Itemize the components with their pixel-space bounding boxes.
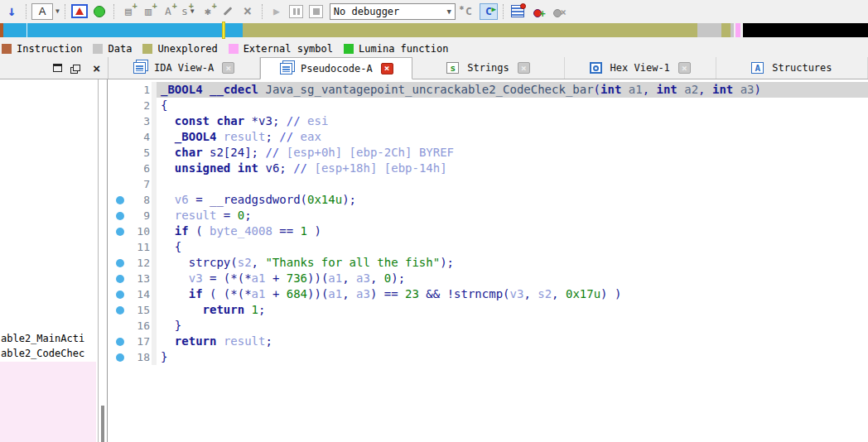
breakpoint-dot-icon[interactable] [116, 196, 124, 204]
code-line[interactable]: 11 { [108, 239, 868, 255]
text-mode-button[interactable]: A ▼ [31, 2, 60, 21]
functions-panel[interactable]: able2_MainActiable2_CodeChec [0, 79, 98, 442]
code-text[interactable]: if ( byte_4008 == 1 ) [157, 223, 868, 239]
breakpoint-dot-icon[interactable] [116, 353, 124, 362]
code-text[interactable]: return result; [157, 334, 868, 349]
tab-close-icon[interactable]: × [222, 62, 234, 74]
make-name-button[interactable]: A+ [159, 2, 177, 21]
maximize-icon[interactable] [53, 64, 62, 72]
tab-structures[interactable]: AStructures [716, 57, 868, 79]
code-line[interactable]: 8 v6 = __readgsdword(0x14u); [108, 192, 868, 208]
code-text[interactable]: const char *v3; // esi [157, 113, 868, 129]
code-line[interactable]: 2{ [108, 98, 868, 113]
functions-scrollbar[interactable] [98, 79, 107, 442]
navband-position-marker[interactable] [222, 22, 225, 39]
continue-process-button[interactable]: C▶ [480, 2, 498, 21]
navband-segment-regular-function-2[interactable] [27, 23, 243, 37]
navband-segment-unexplored[interactable] [243, 23, 697, 37]
code-line[interactable]: 18} [108, 349, 868, 365]
code-line[interactable]: 17 return result; [108, 334, 868, 349]
breakpoint-dot-icon[interactable] [116, 212, 124, 220]
code-text[interactable]: v6 = __readgsdword(0x14u); [157, 192, 868, 208]
scrollbar-thumb[interactable] [101, 406, 104, 442]
legend-swatch [344, 44, 354, 54]
code-text[interactable] [157, 176, 868, 192]
code-text[interactable]: v3 = (*(*a1 + 736))(a1, a3, 0); [157, 271, 868, 286]
tab-pseudocode-a[interactable]: Pseudocode-A× [260, 57, 412, 79]
undefine-button[interactable]: × [239, 2, 257, 21]
code-line[interactable]: 12 strcpy(s2, "Thanks for all the fish")… [108, 255, 868, 271]
code-line[interactable]: 7 [108, 176, 868, 192]
code-text[interactable]: strcpy(s2, "Thanks for all the fish"); [157, 255, 868, 271]
code-text[interactable]: if ( (*(*a1 + 684))(a1, a3) == 23 && !st… [157, 286, 868, 302]
toolbar-separator [503, 4, 504, 19]
code-text[interactable]: _BOOL4 result; // eax [157, 129, 868, 145]
code-text[interactable]: { [157, 98, 868, 113]
code-text[interactable]: _BOOL4 __cdecl Java_sg_vantagepoint_uncr… [157, 82, 868, 98]
edit-button[interactable] [219, 2, 237, 21]
code-line[interactable]: 9 result = 0; [108, 208, 868, 223]
code-line[interactable]: 16 } [108, 318, 868, 334]
start-process-button[interactable]: ▶ [268, 2, 286, 21]
code-line[interactable]: 14 if ( (*(*a1 + 684))(a1, a3) == 23 && … [108, 286, 868, 302]
float-window-icon[interactable] [73, 65, 80, 71]
make-code-button[interactable]: ▤+ [119, 2, 137, 21]
code-line[interactable]: 4 _BOOL4 result; // eax [108, 129, 868, 145]
breakpoint-dot-icon[interactable] [116, 259, 124, 267]
code-line[interactable]: 3 const char *v3; // esi [108, 113, 868, 129]
breakpoint-dot-icon[interactable] [116, 275, 124, 283]
code-line[interactable]: 13 v3 = (*(*a1 + 736))(a1, a3, 0); [108, 271, 868, 286]
code-line[interactable]: 10 if ( byte_4008 == 1 ) [108, 223, 868, 239]
breakpoint-dot-icon[interactable] [116, 291, 124, 299]
breakpoint-list-button[interactable] [509, 2, 527, 21]
code-text[interactable]: result = 0; [157, 208, 868, 223]
jump-down-arrow-icon[interactable]: ↓ [2, 2, 21, 21]
pseudocode-view[interactable]: 1_BOOL4 __cdecl Java_sg_vantagepoint_unc… [107, 79, 868, 442]
tab-ida-view-a[interactable]: IDA View-A× [108, 57, 260, 79]
pause-process-button[interactable] [287, 2, 306, 21]
debugger-selector[interactable]: No debugger ▼ [330, 3, 456, 20]
stop-process-button[interactable] [307, 2, 326, 21]
make-data-button[interactable]: ▥+ [139, 2, 157, 21]
chevron-down-icon[interactable]: ▼ [55, 7, 60, 15]
navband-segment-data[interactable] [697, 23, 721, 37]
external-symbols-region[interactable] [0, 362, 96, 442]
navband-segment-unexplored-2[interactable] [721, 23, 731, 37]
make-string-button[interactable]: s+▼ [179, 2, 197, 21]
tab-close-icon[interactable]: × [518, 62, 530, 74]
code-text[interactable]: char s2[24]; // [esp+0h] [ebp-2Ch] BYREF [157, 145, 868, 161]
breakpoint-dot-icon[interactable] [116, 306, 124, 315]
code-text[interactable]: return 1; [157, 302, 868, 318]
code-line[interactable]: 6 unsigned int v6; // [esp+18h] [ebp-14h… [108, 161, 868, 176]
tab-label: IDA View-A [154, 62, 214, 74]
code-line-gutter: 15 [108, 302, 152, 318]
code-text[interactable]: } [157, 318, 868, 334]
delete-breakpoint-button[interactable]: × [548, 2, 567, 21]
breakpoint-dot-icon[interactable] [116, 228, 124, 236]
tab-hex-view-1[interactable]: Hex View-1× [565, 57, 716, 79]
tab-strings[interactable]: sStrings× [412, 57, 564, 79]
code-text[interactable]: unsigned int v6; // [esp+18h] [ebp-14h] [157, 161, 868, 176]
add-breakpoint-button[interactable]: + [528, 2, 547, 21]
navband-segment-end-black[interactable] [743, 23, 868, 37]
code-line-gutter: 6 [108, 161, 152, 176]
breakpoint-dot-icon[interactable] [116, 338, 124, 346]
navband-segment-regular-function[interactable] [3, 23, 27, 37]
code-line[interactable]: 15 return 1; [108, 302, 868, 318]
make-function-button[interactable]: ✱+ [199, 2, 217, 21]
functions-list: able2_MainActiable2_CodeChec [0, 331, 84, 361]
code-text[interactable]: } [157, 349, 868, 365]
code-line[interactable]: 5 char s2[24]; // [esp+0h] [ebp-2Ch] BYR… [108, 145, 868, 161]
problems-button[interactable] [70, 2, 89, 21]
analysis-indicator-button[interactable] [90, 2, 108, 21]
close-icon[interactable]: × [93, 62, 100, 74]
function-list-item[interactable]: able2_CodeChec [0, 346, 84, 361]
tab-close-icon[interactable]: × [678, 62, 691, 74]
code-line[interactable]: 1_BOOL4 __cdecl Java_sg_vantagepoint_unc… [108, 82, 868, 98]
code-text[interactable]: { [157, 239, 868, 255]
line-number: 13 [137, 272, 152, 285]
tab-close-icon[interactable]: × [381, 63, 393, 74]
navigation-band[interactable] [0, 23, 868, 37]
function-list-item[interactable]: able2_MainActi [0, 331, 84, 346]
attach-to-process-button[interactable]: ✱C [460, 2, 478, 21]
